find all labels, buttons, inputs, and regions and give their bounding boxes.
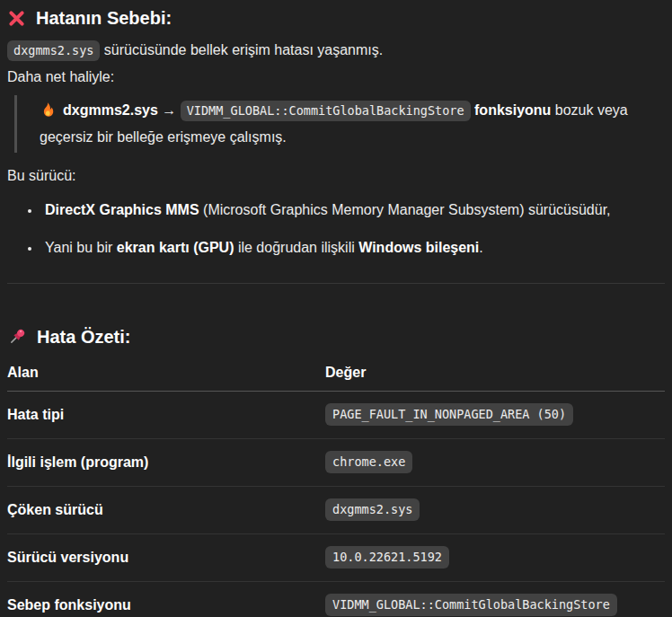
value-cell: 10.0.22621.5192 bbox=[325, 534, 665, 582]
inline-code-function: VIDMM_GLOBAL::CommitGlobalBackingStore bbox=[181, 101, 471, 121]
paragraph-this-driver: Bu sürücü: bbox=[7, 165, 665, 187]
quote-function-word: fonksiyonu bbox=[471, 102, 552, 118]
list-item-text: (Microsoft Graphics Memory Manager Subsy… bbox=[199, 202, 611, 217]
column-header-value: Değer bbox=[325, 361, 665, 392]
field-cell: İlgili işlem (program) bbox=[7, 439, 325, 487]
blockquote-explanation: dxgmms2.sys → VIDMM_GLOBAL::CommitGlobal… bbox=[14, 95, 665, 153]
value-content: 10.0.22621.5192 bbox=[325, 546, 449, 569]
list-item-text: ile doğrudan ilişkili bbox=[234, 240, 358, 255]
error-summary-heading-label: Hata Özeti: bbox=[37, 324, 130, 349]
field-cell: Çöken sürücü bbox=[7, 487, 325, 534]
driver-facts-list: DirectX Graphics MMS (Microsoft Graphics… bbox=[7, 199, 665, 259]
list-item: DirectX Graphics MMS (Microsoft Graphics… bbox=[41, 199, 665, 221]
value-content: PAGE_FAULT_IN_NONPAGED_AREA (50) bbox=[325, 403, 573, 426]
list-item: Yani bu bir ekran kartı (GPU) ile doğrud… bbox=[41, 237, 665, 259]
table-row: Hata tipi PAGE_FAULT_IN_NONPAGED_AREA (5… bbox=[7, 392, 665, 439]
value-cell: VIDMM_GLOBAL::CommitGlobalBackingStore bbox=[325, 582, 665, 617]
value-cell: chrome.exe bbox=[325, 439, 665, 487]
table-row: Çöken sürücü dxgmms2.sys bbox=[7, 487, 665, 534]
column-header-field: Alan bbox=[7, 361, 325, 392]
error-summary-table: Alan Değer Hata tipi PAGE_FAULT_IN_NONPA… bbox=[7, 361, 665, 617]
table-header-row: Alan Değer bbox=[7, 361, 665, 392]
error-cause-heading: Hatanın Sebebi: bbox=[7, 5, 665, 31]
list-item-text: . bbox=[479, 240, 482, 255]
list-item-text: Yani bu bir bbox=[45, 240, 117, 255]
field-cell: Sebep fonksiyonu bbox=[7, 582, 325, 617]
value-content: dxgmms2.sys bbox=[325, 498, 420, 521]
arrow-glyph: → bbox=[158, 102, 181, 118]
paragraph-driver-error-text: sürücüsünde bellek erişim hatası yaşanmı… bbox=[100, 42, 383, 57]
value-content: VIDMM_GLOBAL::CommitGlobalBackingStore bbox=[325, 594, 617, 616]
list-item-bold: ekran kartı (GPU) bbox=[117, 240, 234, 255]
chat-message-content: Hatanın Sebebi: dxgmms2.sys sürücüsünde … bbox=[0, 0, 672, 617]
value-cell: PAGE_FAULT_IN_NONPAGED_AREA (50) bbox=[325, 392, 665, 439]
table-row: Sürücü versiyonu 10.0.22621.5192 bbox=[7, 534, 665, 582]
list-item-bold: DirectX Graphics MMS bbox=[45, 202, 199, 217]
table-row: Sebep fonksiyonu VIDMM_GLOBAL::CommitGlo… bbox=[7, 582, 665, 617]
x-cross-icon bbox=[7, 9, 26, 28]
list-item-bold: Windows bileşeni bbox=[358, 240, 479, 255]
error-summary-heading: Hata Özeti: bbox=[7, 324, 665, 349]
table-body: Hata tipi PAGE_FAULT_IN_NONPAGED_AREA (5… bbox=[7, 392, 665, 617]
field-cell: Sürücü versiyonu bbox=[7, 534, 325, 582]
field-cell: Hata tipi bbox=[7, 392, 325, 439]
paragraph-driver-error: dxgmms2.sys sürücüsünde bellek erişim ha… bbox=[7, 40, 665, 61]
pushpin-icon bbox=[7, 327, 27, 347]
quote-driver-name: dxgmms2.sys bbox=[63, 102, 158, 118]
paragraph-clearer: Daha net haliyle: bbox=[7, 66, 665, 88]
table-row: İlgili işlem (program) chrome.exe bbox=[7, 439, 665, 487]
error-cause-heading-label: Hatanın Sebebi: bbox=[36, 5, 172, 31]
value-cell: dxgmms2.sys bbox=[325, 487, 665, 534]
section-divider bbox=[7, 283, 665, 284]
inline-code-driver: dxgmms2.sys bbox=[7, 40, 100, 61]
fire-icon bbox=[40, 101, 56, 118]
value-content: chrome.exe bbox=[325, 451, 412, 473]
